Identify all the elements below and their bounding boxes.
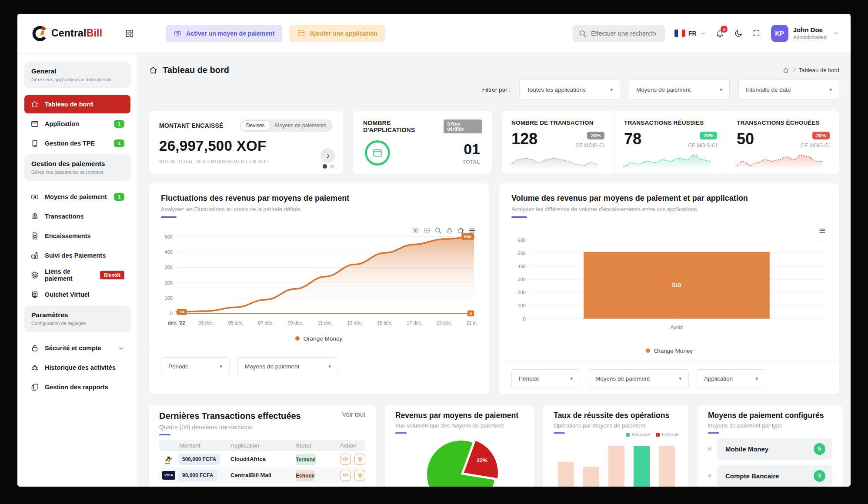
svg-text:600: 600 <box>518 237 526 242</box>
chart-menu-icon[interactable] <box>818 227 826 235</box>
revenue-pie-chart[interactable]: 22%78% <box>410 434 510 487</box>
soon-badge: Bientôt <box>100 271 124 279</box>
sidebar-item-moyens-de-paiement[interactable]: Moyens de paiement1 <box>24 188 130 206</box>
legend-label: Orange Money <box>654 348 693 354</box>
delete-button[interactable] <box>354 470 365 481</box>
search-input[interactable] <box>591 30 656 37</box>
sidebar-item-transactions[interactable]: Transactions <box>24 207 130 225</box>
legend-echoue-label: Echoué <box>662 432 679 437</box>
reset-home-icon[interactable] <box>457 227 464 234</box>
zoom-in-icon[interactable] <box>412 227 419 234</box>
toggle-moyens-paiements[interactable]: Moyens de paiements <box>270 121 331 130</box>
percent-badge: 20% <box>700 132 717 139</box>
success-chart-title: Taux de réussite des opérations <box>554 411 678 420</box>
user-avatar[interactable]: KP <box>771 25 788 42</box>
sidebar-item-guichet-virtuel[interactable]: Guichet Virtuel <box>24 285 130 304</box>
success-chart-legend[interactable]: Réussie Echoué <box>626 432 679 437</box>
chart-legend[interactable]: Orange Money <box>511 348 827 354</box>
user-menu-chevron-icon[interactable] <box>833 30 839 36</box>
svg-text:09 déc.: 09 déc. <box>288 320 304 325</box>
table-row: 500,000 FCFA Cloud4Africa Terminé <box>159 451 365 467</box>
svg-text:déc. '22: déc. '22 <box>168 320 185 325</box>
see-all-link[interactable]: Voir tout <box>342 411 365 418</box>
apps-grid-icon[interactable] <box>125 29 134 38</box>
success-chart-subtitle: Opérations par moyens de paiement <box>554 422 678 429</box>
chart-filter-1[interactable]: Moyens de paiement▾ <box>237 357 338 376</box>
chart-toolbar <box>412 227 476 234</box>
payment-method-item[interactable]: Compte Bancaire 3 <box>717 465 832 487</box>
svg-text:13 déc.: 13 déc. <box>347 320 363 325</box>
user-name: John Doe <box>793 26 827 33</box>
chart-filter-0[interactable]: Période▾ <box>161 357 230 376</box>
chart-menu-icon[interactable] <box>468 227 476 234</box>
filter-select-0[interactable]: Toutes les applications▾ <box>519 80 620 99</box>
amount-card-title: MONTANT ENCAISSÉ <box>159 122 224 129</box>
svg-text:22%: 22% <box>477 458 487 464</box>
method-dot <box>708 447 711 451</box>
breadcrumb[interactable]: / Tableau de bord <box>782 67 839 74</box>
legend-reussie-label: Réussie <box>632 432 650 437</box>
chart-filter-2[interactable]: Application▾ <box>697 369 765 388</box>
fluctuations-area-chart[interactable]: 0 100 200 300 400 500 10 500 0déc. '2203… <box>161 231 477 330</box>
next-slide-button[interactable] <box>320 148 335 163</box>
sidebar-item-gestion-des-rapports[interactable]: Gestion des rapports <box>24 378 130 396</box>
fullscreen-icon[interactable] <box>752 29 761 37</box>
pie-chart-subtitle: Vue volumétrique des moyens de paiement <box>395 422 524 429</box>
sidebar-section-header: Paramètres Configuration de réglages <box>24 305 130 332</box>
sidebar-item-historique-des-activites[interactable]: Historique des activités <box>24 358 130 377</box>
activate-payment-method-button[interactable]: Activer un moyen de paiement <box>166 25 282 42</box>
orange-money-logo <box>163 454 174 465</box>
sidebar-item-tableau-de-bord[interactable]: Tableau de bord <box>24 95 130 113</box>
chart-legend[interactable]: Orange Money <box>161 335 477 342</box>
copy-icon <box>30 383 39 391</box>
svg-text:500: 500 <box>518 250 526 255</box>
sidebar-item-gestion-des-tpe[interactable]: Gestion des TPE1 <box>24 134 130 153</box>
revenue-pie-card: Revenus par moyens de paiement Vue volum… <box>385 405 534 487</box>
toggle-devises[interactable]: Devises <box>241 121 270 130</box>
chart-filter-1[interactable]: Moyens de paiement▾ <box>588 369 689 388</box>
view-button[interactable] <box>340 470 351 481</box>
carousel-dots[interactable] <box>323 164 334 169</box>
delete-button[interactable] <box>354 454 365 465</box>
svg-text:100: 100 <box>518 303 526 308</box>
payment-methods-list: Mobile Money 5 Compte Bancaire 3 <box>708 438 832 487</box>
transactions-table: Montant Application Statut Action 500,00… <box>159 440 365 483</box>
view-button[interactable] <box>340 454 351 465</box>
volume-bar-chart[interactable]: 0 100 200 300 400 500 600510Aynid <box>511 234 827 342</box>
currency-toggle: Devises Moyens de paiements <box>240 119 333 132</box>
trend-icon <box>30 251 39 260</box>
dark-mode-moon-icon[interactable] <box>734 29 743 38</box>
payment-method-item[interactable]: Mobile Money 5 <box>717 438 832 460</box>
notifications-bell-icon[interactable]: 4 <box>715 29 724 38</box>
amount-value: 26,997,500 XOF <box>159 138 333 154</box>
status-badge: Echoué <box>296 470 314 481</box>
add-application-button[interactable]: Ajouter une application <box>289 25 385 42</box>
filter-select-1[interactable]: Moyens de paiement▾ <box>629 80 730 99</box>
pan-hand-icon[interactable] <box>446 227 453 234</box>
user-menu[interactable]: John Doe Administrateur <box>793 26 827 40</box>
legend-label: Orange Money <box>304 335 342 342</box>
stat-value: 78 <box>624 131 641 147</box>
table-row: VISA 90,000 FCFA CentralBill Mali Echoué <box>159 467 365 483</box>
sparkline <box>736 151 827 170</box>
sidebar-item-securite-et-compte[interactable]: Sécurité et compte <box>24 339 130 357</box>
chart-filter-0[interactable]: Période▾ <box>511 369 580 388</box>
sidebar-item-suivi-des-paiements[interactable]: Suivi des Paiements <box>24 246 130 265</box>
latest-transactions-card: Dernières Transactions effectuées Voir t… <box>149 405 376 487</box>
home-icon <box>782 67 789 74</box>
brand-name: CentralBill <box>51 27 102 39</box>
language-selector[interactable]: FR <box>674 30 706 37</box>
sidebar-item-application[interactable]: Application1 <box>24 115 130 133</box>
chevron-down-icon: ▾ <box>610 87 613 93</box>
sidebar-item-encaissements[interactable]: Encaissements <box>24 227 130 245</box>
selection-zoom-icon[interactable] <box>434 227 442 234</box>
svg-text:0: 0 <box>523 316 526 321</box>
brand-logo[interactable]: CentralBill <box>32 26 102 41</box>
filter-select-2[interactable]: Intervalle de date▾ <box>738 80 839 99</box>
sidebar-item-liens-de-paiement[interactable]: Liens de paiementBientôt <box>24 266 130 284</box>
success-bar-chart[interactable] <box>554 443 678 487</box>
svg-text:17 déc.: 17 déc. <box>407 320 422 325</box>
zoom-out-icon[interactable] <box>423 227 431 234</box>
chevron-down-icon: ▾ <box>829 87 832 93</box>
svg-text:500: 500 <box>464 234 471 239</box>
